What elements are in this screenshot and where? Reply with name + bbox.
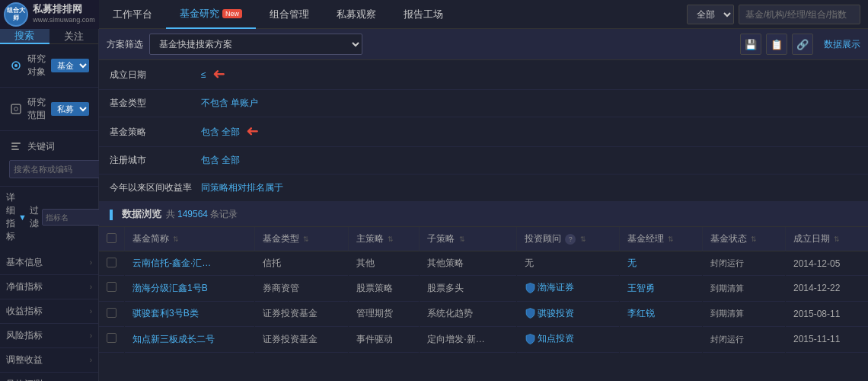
save-scheme-button[interactable]: 💾	[740, 34, 761, 55]
td-status: 到期清算	[702, 301, 785, 327]
td-status: 封闭运行	[702, 251, 785, 276]
fund-name-link[interactable]: 骐骏套利3号B类	[132, 308, 199, 319]
th-date: 成立日期 ⇅	[785, 227, 868, 251]
td-fund-name: 骐骏套利3号B类	[125, 301, 255, 327]
sort-icon[interactable]: ⇅	[580, 235, 586, 243]
criteria-row-4: 今年以来区间收益率 同策略相对排名属于	[99, 174, 868, 202]
th-advisor: 投资顾问 ? ⇅	[517, 227, 620, 251]
sort-icon[interactable]: ⇅	[459, 235, 465, 243]
criteria-value-3[interactable]: 包含 全部	[201, 154, 240, 167]
fund-name-link[interactable]: 云南信托-鑫金·汇…	[132, 258, 211, 268]
td-advisor: 无	[517, 251, 620, 276]
svg-rect-5	[11, 146, 18, 147]
sidebar-item-nav[interactable]: 净值指标 ›	[0, 275, 98, 299]
sidebar-item-basic[interactable]: 基本信息 ›	[0, 251, 98, 275]
copy-scheme-button[interactable]: 📋	[766, 34, 787, 55]
td-strategy: 管理期货	[349, 301, 420, 327]
table-row: 渤海分级汇鑫1号B 券商资管 股票策略 股票多头 渤海证券 王智勇 到期清算 2…	[99, 276, 868, 302]
help-icon[interactable]: ?	[565, 234, 576, 245]
filter-scheme-select[interactable]: 基金快捷搜索方案	[149, 34, 362, 55]
td-advisor: 骐骏投资	[517, 301, 620, 327]
td-fund-name: 云南信托-鑫金·汇…	[125, 251, 255, 276]
advisor-link[interactable]: 渤海证券	[538, 281, 574, 294]
table-row: 云南信托-鑫金·汇… 信托 其他 其他策略 无 无 封闭运行 2014-12-0…	[99, 251, 868, 276]
td-checkbox	[99, 276, 125, 302]
td-fund-name: 知点新三板成长二号	[125, 327, 255, 353]
research-scope-row[interactable]: 研究范围 私募	[6, 92, 92, 126]
sidebar-item-adjusted[interactable]: 调整收益 ›	[0, 348, 98, 373]
tab-search[interactable]: 搜索	[0, 29, 49, 44]
sort-icon[interactable]: ⇅	[668, 235, 674, 243]
td-checkbox	[99, 301, 125, 327]
td-date: 2014-12-05	[785, 251, 868, 276]
advisor-badge: 知点投资	[525, 332, 574, 345]
top-nav: 组合大师 私募排排网 www.simuwang.com 工作平台 基金研究 Ne…	[0, 0, 868, 29]
svg-rect-2	[11, 104, 21, 114]
sidebar-item-income[interactable]: 收益指标 ›	[0, 299, 98, 324]
row-checkbox[interactable]	[107, 258, 116, 267]
sidebar-label-style: 风格评测	[6, 378, 43, 381]
research-target-row[interactable]: 研究对象 基金	[6, 49, 92, 82]
sidebar-tabs: 搜索 关注	[0, 29, 98, 44]
research-scope-select[interactable]: 私募	[51, 102, 89, 116]
sort-icon[interactable]: ⇅	[834, 235, 840, 243]
research-target-section: 研究对象 基金	[0, 44, 98, 88]
row-checkbox[interactable]	[107, 333, 116, 343]
row-checkbox[interactable]	[107, 282, 116, 292]
status-tag: 到期清算	[710, 309, 744, 318]
chevron-right-icon: ›	[90, 283, 92, 291]
td-strategy: 事件驱动	[349, 327, 420, 353]
keyword-label-row: 关键词	[6, 136, 92, 157]
criteria-value-0[interactable]: ≤	[201, 69, 206, 80]
advisor-link[interactable]: 骐骏投资	[538, 307, 574, 320]
criteria-value-2[interactable]: 包含 全部	[201, 126, 240, 139]
manager-link[interactable]: 李红锐	[627, 308, 655, 319]
svg-point-1	[14, 64, 18, 67]
fund-name-link[interactable]: 知点新三板成长二号	[132, 334, 215, 344]
chevron-right-icon: ›	[90, 258, 92, 267]
advisor-badge: 渤海证券	[525, 281, 574, 294]
filter-text: 过滤	[30, 204, 39, 230]
sidebar-label-basic: 基本信息	[6, 256, 43, 269]
sidebar-label-risk: 风险指标	[6, 329, 43, 342]
nav-search-input[interactable]	[739, 5, 860, 24]
data-display-button[interactable]: 数据展示	[824, 38, 860, 51]
nav-item-portfolio[interactable]: 组合管理	[256, 0, 323, 29]
status-tag: 封闭运行	[710, 335, 744, 344]
sort-icon[interactable]: ⇅	[173, 235, 179, 243]
nav-item-fund-research[interactable]: 基金研究 New	[166, 0, 256, 29]
sort-icon[interactable]: ⇅	[388, 235, 394, 243]
sort-icon[interactable]: ⇅	[751, 235, 757, 243]
td-manager	[619, 327, 702, 353]
sidebar-item-risk[interactable]: 风险指标 ›	[0, 324, 98, 348]
th-manager: 基金经理 ⇅	[619, 227, 702, 251]
criteria-value-4[interactable]: 同策略相对排名属于	[201, 181, 283, 194]
fund-name-link[interactable]: 渤海分级汇鑫1号B	[132, 283, 208, 293]
nav-item-observer[interactable]: 私募观察	[323, 0, 390, 29]
manager-link[interactable]: 无	[627, 258, 637, 268]
logo-icon: 组合大师	[4, 2, 28, 27]
data-table-title: 数据浏览	[110, 207, 161, 221]
row-checkbox[interactable]	[107, 308, 116, 318]
share-scheme-button[interactable]: 🔗	[792, 34, 813, 55]
keyword-label: 关键词	[27, 140, 89, 153]
keyword-section: 关键词 🔍	[0, 131, 98, 187]
td-checkbox	[99, 251, 125, 276]
criteria-name-0: 成立日期	[110, 69, 201, 82]
filter-bar: 方案筛选 基金快捷搜索方案 💾 📋 🔗 数据展示	[99, 29, 868, 60]
sidebar-item-style[interactable]: 风格评测 ›	[0, 373, 98, 381]
manager-link[interactable]: 王智勇	[627, 283, 655, 293]
nav-scope-select[interactable]: 全部	[687, 5, 734, 24]
research-target-label: 研究对象	[27, 53, 51, 78]
th-fund-name: 基金简称 ⇅	[125, 227, 255, 251]
nav-item-workbench[interactable]: 工作平台	[99, 0, 166, 29]
advisor-link[interactable]: 知点投资	[538, 332, 574, 345]
svg-point-3	[14, 107, 18, 111]
sort-icon[interactable]: ⇅	[303, 235, 309, 243]
research-target-select[interactable]: 基金	[51, 59, 89, 72]
criteria-value-1[interactable]: 不包含 单账户	[201, 97, 258, 110]
select-all-checkbox[interactable]	[107, 233, 116, 243]
tab-follow[interactable]: 关注	[49, 29, 99, 44]
nav-item-report[interactable]: 报告工场	[390, 0, 457, 29]
research-scope-label: 研究范围	[27, 96, 51, 122]
